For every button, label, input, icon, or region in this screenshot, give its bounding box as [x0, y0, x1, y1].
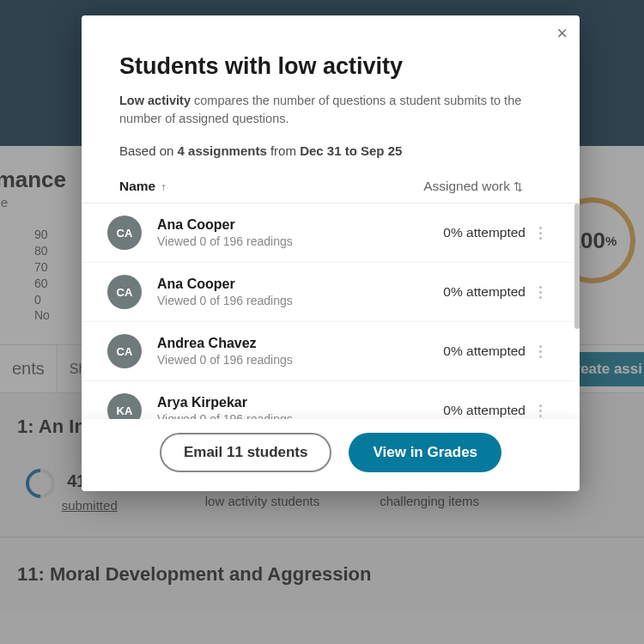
- table-row[interactable]: KA Arya Kirpekar Viewed 0 of 196 reading…: [82, 381, 574, 419]
- kebab-icon[interactable]: [539, 286, 542, 299]
- kebab-icon[interactable]: [539, 227, 542, 240]
- sort-asc-icon: ↑: [161, 180, 167, 193]
- modal-based-on: Based on 4 assignments from Dec 31 to Se…: [119, 143, 542, 158]
- kebab-icon[interactable]: [539, 404, 542, 417]
- modal-title: Students with low activity: [119, 53, 542, 80]
- based-mid: from: [267, 143, 300, 158]
- avatar: CA: [107, 334, 142, 368]
- table-row[interactable]: CA Ana Cooper Viewed 0 of 196 readings 0…: [82, 204, 574, 263]
- column-name-label: Name: [119, 179, 155, 194]
- table-row[interactable]: CA Ana Cooper Viewed 0 of 196 readings 0…: [82, 263, 574, 322]
- student-sub: Viewed 0 of 196 readings: [157, 234, 443, 248]
- student-name: Andrea Chavez: [157, 336, 443, 351]
- student-sub: Viewed 0 of 196 readings: [157, 412, 443, 419]
- modal-desc-bold: Low activity: [119, 94, 191, 107]
- modal-footer: Email 11 students View in Grades: [82, 419, 580, 491]
- column-work-label: Assigned work: [423, 179, 510, 194]
- student-info: Ana Cooper Viewed 0 of 196 readings: [157, 276, 443, 307]
- column-assigned-work[interactable]: Assigned work ⇅: [423, 179, 523, 194]
- student-name: Ana Cooper: [157, 217, 443, 233]
- student-info: Arya Kirpekar Viewed 0 of 196 readings: [157, 395, 443, 419]
- modal-description: Low activity compares the number of ques…: [119, 92, 542, 128]
- student-list-inner: CA Ana Cooper Viewed 0 of 196 readings 0…: [82, 204, 580, 419]
- table-header: Name ↑ Assigned work ⇅: [82, 173, 580, 204]
- avatar: CA: [107, 275, 142, 309]
- student-sub: Viewed 0 of 196 readings: [157, 353, 443, 367]
- based-assign: 4 assignments: [178, 143, 267, 158]
- attempt-value: 0% attempted: [443, 225, 526, 240]
- sort-both-icon: ⇅: [513, 180, 523, 193]
- email-students-button[interactable]: Email 11 students: [160, 433, 332, 472]
- student-list: CA Ana Cooper Viewed 0 of 196 readings 0…: [82, 204, 580, 419]
- close-icon[interactable]: ×: [556, 24, 568, 43]
- avatar: CA: [107, 216, 142, 250]
- student-sub: Viewed 0 of 196 readings: [157, 294, 443, 307]
- student-name: Ana Cooper: [157, 276, 443, 292]
- view-in-grades-button[interactable]: View in Grades: [349, 433, 501, 472]
- column-name[interactable]: Name ↑: [119, 179, 423, 194]
- student-info: Ana Cooper Viewed 0 of 196 readings: [157, 217, 443, 248]
- based-pre: Based on: [119, 143, 178, 158]
- modal-header: Students with low activity Low activity …: [82, 15, 580, 173]
- avatar: KA: [107, 393, 142, 419]
- student-name: Arya Kirpekar: [157, 395, 443, 410]
- student-info: Andrea Chavez Viewed 0 of 196 readings: [157, 336, 443, 367]
- low-activity-modal: × Students with low activity Low activit…: [82, 15, 580, 491]
- attempt-value: 0% attempted: [443, 284, 526, 300]
- kebab-icon[interactable]: [539, 345, 542, 358]
- based-range: Dec 31 to Sep 25: [300, 143, 402, 158]
- table-row[interactable]: CA Andrea Chavez Viewed 0 of 196 reading…: [82, 322, 574, 381]
- attempt-value: 0% attempted: [443, 403, 526, 418]
- attempt-value: 0% attempted: [443, 343, 526, 359]
